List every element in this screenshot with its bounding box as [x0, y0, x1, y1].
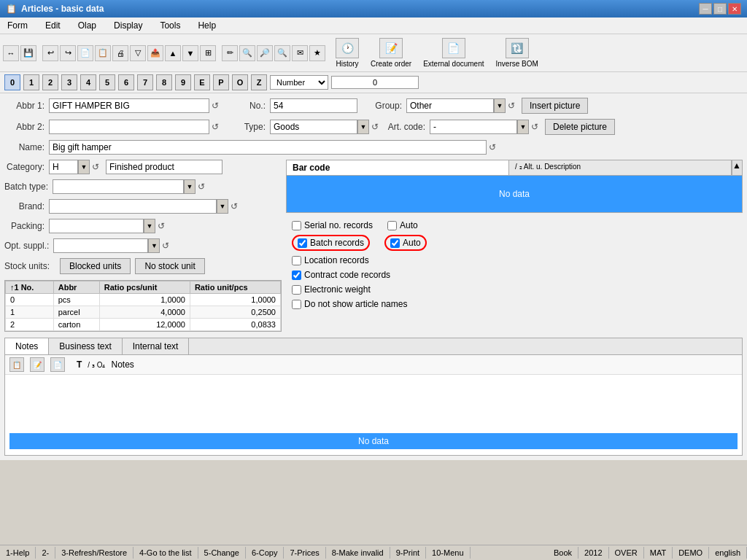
- notes-icon-btn-2[interactable]: 📝: [30, 357, 44, 372]
- number-input[interactable]: [331, 76, 419, 89]
- packing-dropdown-icon[interactable]: ▼: [144, 219, 155, 233]
- batch-type-dropdown-icon[interactable]: ▼: [184, 179, 196, 194]
- serial-no-records-checkbox[interactable]: [292, 221, 301, 230]
- notes-icon-btn-3[interactable]: 📄: [50, 357, 65, 372]
- location-records-checkbox[interactable]: [292, 256, 301, 265]
- category-text-input[interactable]: [106, 160, 222, 174]
- serial-auto-checkbox[interactable]: [387, 221, 397, 230]
- history-button[interactable]: 🕐 History: [331, 36, 363, 69]
- no-stock-unit-button[interactable]: No stock unit: [135, 258, 204, 274]
- menu-form[interactable]: Form: [3, 19, 32, 32]
- toolbar-btn-export[interactable]: 📤: [147, 45, 163, 61]
- toolbar-btn-star[interactable]: ★: [309, 45, 325, 61]
- menu-display[interactable]: Display: [109, 19, 147, 32]
- do-not-show-checkbox[interactable]: [292, 300, 301, 309]
- category-refresh-icon[interactable]: ↺: [90, 161, 101, 173]
- num-tab-2[interactable]: 2: [42, 74, 58, 90]
- toolbar-btn-copy-doc[interactable]: 📋: [95, 45, 111, 61]
- bottom-tab-notes[interactable]: Notes: [5, 338, 49, 354]
- brand-input[interactable]: [49, 199, 217, 214]
- brand-dropdown-icon[interactable]: ▼: [217, 199, 228, 214]
- no-input[interactable]: [270, 98, 357, 113]
- art-code-dropdown-icon[interactable]: ▼: [517, 120, 529, 134]
- num-tab-0[interactable]: 0: [4, 74, 20, 90]
- bottom-tab-business-text[interactable]: Business text: [49, 338, 122, 354]
- menu-edit[interactable]: Edit: [41, 19, 65, 32]
- inverse-bom-button[interactable]: 🔃 Inverse BOM: [492, 36, 543, 69]
- num-tab-1[interactable]: 1: [23, 74, 39, 90]
- batch-records-checkbox[interactable]: [298, 238, 307, 248]
- delete-picture-button[interactable]: Delete picture: [545, 119, 615, 135]
- abbr2-input[interactable]: [49, 120, 209, 134]
- type-refresh-icon[interactable]: ↺: [369, 121, 381, 133]
- num-tab-6[interactable]: 6: [118, 74, 134, 90]
- toolbar-btn-search2[interactable]: 🔎: [257, 45, 273, 61]
- table-row[interactable]: 1 parcel 4,0000 0,2500: [6, 306, 281, 319]
- table-col-abbr[interactable]: Abbr: [53, 281, 99, 294]
- art-code-input[interactable]: [430, 120, 517, 134]
- table-row[interactable]: 2 carton 12,0000 0,0833: [6, 319, 281, 331]
- num-tab-9[interactable]: 9: [175, 74, 191, 90]
- menu-tools[interactable]: Tools: [155, 19, 185, 32]
- menu-help[interactable]: Help: [193, 19, 220, 32]
- insert-picture-button[interactable]: Insert picture: [522, 98, 588, 114]
- packing-refresh-icon[interactable]: ↺: [155, 220, 167, 232]
- art-code-refresh-icon[interactable]: ↺: [529, 121, 541, 133]
- num-tab-5[interactable]: 5: [99, 74, 115, 90]
- toolbar-btn-redo[interactable]: ↪: [60, 45, 76, 61]
- packing-input[interactable]: [49, 219, 144, 233]
- toolbar-btn-search3[interactable]: 🔍: [274, 45, 290, 61]
- abbr1-input[interactable]: [49, 98, 209, 113]
- table-col-no[interactable]: ↑1 No.: [6, 281, 54, 294]
- toolbar-btn-undo[interactable]: ↩: [42, 45, 58, 61]
- batch-type-input[interactable]: [53, 179, 184, 194]
- num-tab-7[interactable]: 7: [137, 74, 153, 90]
- minimize-button[interactable]: ─: [699, 3, 712, 15]
- num-tab-o[interactable]: O: [232, 74, 248, 90]
- abbr2-refresh-icon[interactable]: ↺: [209, 121, 221, 133]
- batch-type-refresh-icon[interactable]: ↺: [196, 181, 207, 192]
- create-order-button[interactable]: 📝 Create order: [366, 36, 416, 69]
- toolbar-btn-new[interactable]: 📄: [77, 45, 93, 61]
- num-tab-4[interactable]: 4: [80, 74, 96, 90]
- electronic-weight-checkbox[interactable]: [292, 285, 301, 295]
- name-input[interactable]: [49, 140, 487, 155]
- group-refresh-icon[interactable]: ↺: [506, 100, 517, 112]
- toolbar-btn-email[interactable]: ✉: [292, 45, 308, 61]
- group-dropdown-icon[interactable]: ▼: [494, 98, 506, 113]
- notes-icon-btn-1[interactable]: 📋: [9, 357, 24, 372]
- toolbar-btn-1[interactable]: ↔: [3, 45, 19, 61]
- blocked-units-button[interactable]: Blocked units: [60, 258, 131, 274]
- num-tab-8[interactable]: 8: [156, 74, 172, 90]
- table-col-ratio-unit[interactable]: Ratio unit/pcs: [190, 281, 280, 294]
- num-tab-3[interactable]: 3: [61, 74, 77, 90]
- contract-code-records-checkbox[interactable]: [292, 271, 301, 280]
- opt-suppl-dropdown-icon[interactable]: ▼: [148, 238, 160, 253]
- batch-auto-checkbox[interactable]: [390, 238, 400, 248]
- menu-olap[interactable]: Olap: [74, 19, 101, 32]
- toolbar-btn-prev[interactable]: ▲: [165, 45, 181, 61]
- table-row[interactable]: 0 pcs 1,0000 1,0000: [6, 294, 281, 306]
- abbr1-refresh-icon[interactable]: ↺: [209, 100, 221, 112]
- toolbar-btn-save[interactable]: 💾: [20, 45, 36, 61]
- toolbar-btn-pencil[interactable]: ✏: [222, 45, 238, 61]
- opt-suppl-input[interactable]: [53, 238, 148, 253]
- num-tab-e[interactable]: E: [194, 74, 210, 90]
- num-tab-p[interactable]: P: [213, 74, 229, 90]
- toolbar-btn-filter[interactable]: ▽: [130, 45, 146, 61]
- bottom-tab-internal-text[interactable]: Internal text: [123, 338, 190, 354]
- number-type-select[interactable]: Number: [270, 75, 328, 90]
- maximize-button[interactable]: □: [713, 3, 727, 15]
- num-tab-z[interactable]: Z: [251, 74, 267, 90]
- barcode-col-alt[interactable]: / ₂ Alt. u. Description: [509, 160, 732, 175]
- opt-suppl-refresh-icon[interactable]: ↺: [160, 240, 171, 252]
- type-dropdown-icon[interactable]: ▼: [357, 120, 369, 134]
- brand-refresh-icon[interactable]: ↺: [228, 201, 240, 212]
- barcode-col-barcode[interactable]: Bar code: [287, 160, 509, 175]
- close-button[interactable]: ✕: [728, 3, 741, 15]
- toolbar-btn-next[interactable]: ▼: [182, 45, 198, 61]
- barcode-scrollbar[interactable]: ▲: [732, 160, 742, 175]
- toolbar-btn-print[interactable]: 🖨: [112, 45, 128, 61]
- group-input[interactable]: [406, 98, 494, 113]
- type-input[interactable]: [270, 120, 357, 134]
